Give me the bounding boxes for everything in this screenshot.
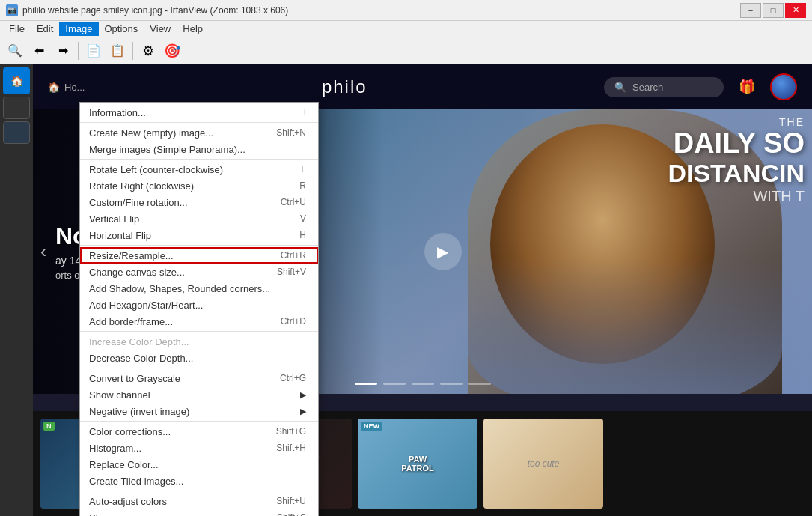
title-bar-left: 📷 phililo website page smiley icon.jpg -…: [6, 4, 288, 16]
menu-item-merge-images[interactable]: Merge images (Simple Panorama)...: [80, 141, 318, 157]
hero-prev-button[interactable]: ‹: [40, 241, 46, 262]
menu-item-decrease-color[interactable]: Decrease Color Depth...: [80, 350, 318, 366]
user-avatar[interactable]: [770, 73, 797, 100]
action-button[interactable]: 🎯: [162, 40, 183, 61]
sidebar-thumb-1: [3, 97, 30, 119]
menu-item-histogram[interactable]: Histogram... Shift+H: [80, 440, 318, 456]
menu-item-custom-rotation[interactable]: Custom/Fine rotation... Ctrl+U: [80, 194, 318, 210]
menu-item-auto-adjust[interactable]: Auto-adjust colors Shift+U: [80, 493, 318, 509]
menu-help[interactable]: Help: [177, 22, 209, 36]
left-sidebar: 🏠: [0, 64, 33, 516]
menu-item-tiled-images[interactable]: Create Tiled images...: [80, 473, 318, 489]
dot-3[interactable]: [412, 383, 434, 385]
philo-logo[interactable]: philo: [100, 76, 589, 97]
sidebar-home-icon[interactable]: 🏠: [3, 67, 30, 94]
app-icon: 📷: [6, 4, 18, 16]
menu-item-rotate-right[interactable]: Rotate Right (clockwise) R: [80, 177, 318, 194]
thumb-4-badge: NEW: [361, 422, 382, 431]
person-body: [468, 259, 782, 394]
dot-1[interactable]: [355, 383, 377, 385]
open-button[interactable]: 📄: [83, 40, 104, 61]
menu-item-add-border[interactable]: Add border/frame... Ctrl+D: [80, 313, 318, 330]
menu-item-resize[interactable]: Resize/Resample... Ctrl+R: [80, 247, 318, 264]
window-controls[interactable]: − □ ✕: [740, 3, 806, 18]
menu-section-1: Information... I: [80, 103, 318, 123]
menu-item-negative[interactable]: Negative (invert image) ▶: [80, 403, 318, 419]
next-button[interactable]: ➡: [52, 40, 73, 61]
menu-item-canvas-size[interactable]: Change canvas size... Shift+V: [80, 264, 318, 280]
menu-section-3: Rotate Left (counter-clockwise) L Rotate…: [80, 160, 318, 246]
menu-file[interactable]: File: [3, 22, 31, 36]
toolbar-separator-1: [78, 42, 79, 60]
home-label: Ho...: [64, 82, 85, 93]
menu-item-replace-color[interactable]: Replace Color...: [80, 456, 318, 473]
image-menu-dropdown: Information... I Create New (empty) imag…: [79, 102, 319, 516]
philo-search-bar[interactable]: 🔍 Search: [604, 77, 724, 97]
window-title: phililo website page smiley icon.jpg - I…: [22, 5, 288, 16]
toolbar-separator-2: [132, 42, 133, 60]
menu-item-vertical-flip[interactable]: Vertical Flip V: [80, 210, 318, 227]
philo-home-link[interactable]: 🏠 Ho...: [48, 82, 85, 93]
gift-icon[interactable]: 🎁: [739, 79, 755, 95]
menu-item-horizontal-flip[interactable]: Horizontal Flip H: [80, 227, 318, 243]
menu-item-grayscale[interactable]: Convert to Grayscale Ctrl+G: [80, 370, 318, 386]
thumb-item-4[interactable]: PAWPATROL NEW: [358, 419, 477, 509]
title-bar: 📷 phililo website page smiley icon.jpg -…: [0, 0, 812, 21]
menu-item-add-shadow[interactable]: Add Shadow, Shapes, Rounded corners...: [80, 280, 318, 297]
thumb-5-image: too cute: [483, 419, 603, 509]
search-icon: 🔍: [614, 82, 626, 93]
home-icon: 🏠: [48, 82, 60, 93]
menu-options[interactable]: Options: [99, 22, 144, 36]
prev-button[interactable]: ⬅: [28, 40, 49, 61]
menu-item-sharpen[interactable]: Sharpen Shift+S: [80, 509, 318, 516]
close-button[interactable]: ✕: [785, 3, 806, 18]
main-area: 🏠 🏠 Ho... philo 🔍 Search 🎁: [0, 64, 812, 516]
play-button[interactable]: ▶: [424, 233, 462, 270]
menu-edit[interactable]: Edit: [31, 22, 59, 36]
dot-4[interactable]: [440, 383, 463, 385]
toolbar: 🔍 ⬅ ➡ 📄 📋 ⚙ 🎯: [0, 37, 812, 64]
arrow-icon: ▶: [300, 390, 306, 400]
thumb-4-image: PAWPATROL: [358, 419, 477, 509]
menu-section-5: Increase Color Depth... Decrease Color D…: [80, 332, 318, 368]
menu-section-4: Resize/Resample... Ctrl+R Change canvas …: [80, 246, 318, 332]
sidebar-thumb-2: [3, 121, 30, 144]
arrow-icon-2: ▶: [300, 407, 306, 416]
dot-2[interactable]: [383, 383, 406, 385]
search-placeholder: Search: [632, 82, 663, 93]
menu-item-information[interactable]: Information... I: [80, 104, 318, 121]
menu-section-2: Create New (empty) image... Shift+N Merg…: [80, 123, 318, 160]
menu-view[interactable]: View: [144, 22, 177, 36]
menu-item-color-corrections[interactable]: Color corrections... Shift+G: [80, 423, 318, 440]
settings-button[interactable]: ⚙: [138, 40, 159, 61]
menu-item-rotate-left[interactable]: Rotate Left (counter-clockwise) L: [80, 161, 318, 177]
menu-item-create-new[interactable]: Create New (empty) image... Shift+N: [80, 124, 318, 141]
maximize-button[interactable]: □: [763, 3, 784, 18]
menu-bar: File Edit Image Options View Help: [0, 21, 812, 37]
menu-section-6: Convert to Grayscale Ctrl+G Show channel…: [80, 368, 318, 422]
thumb-1-badge: N: [43, 422, 55, 431]
menu-section-8: Auto-adjust colors Shift+U Sharpen Shift…: [80, 491, 318, 516]
daily-show-text: THE DAILY SO DISTANCIN WITH T: [668, 117, 805, 204]
hero-navigation-dots: [355, 383, 491, 385]
zoom-out-button[interactable]: 🔍: [4, 40, 25, 61]
paste-button[interactable]: 📋: [107, 40, 128, 61]
menu-item-increase-color: Increase Color Depth...: [80, 333, 318, 350]
menu-item-show-channel[interactable]: Show channel ▶: [80, 386, 318, 403]
thumb-item-5[interactable]: too cute: [483, 419, 603, 509]
content-area: 🏠 Ho... philo 🔍 Search 🎁: [33, 64, 812, 516]
menu-item-add-hexagon[interactable]: Add Hexagon/Star/Heart...: [80, 297, 318, 313]
minimize-button[interactable]: −: [740, 3, 761, 18]
menu-section-7: Color corrections... Shift+G Histogram..…: [80, 422, 318, 491]
dot-5[interactable]: [468, 383, 491, 385]
menu-image[interactable]: Image: [59, 22, 98, 36]
